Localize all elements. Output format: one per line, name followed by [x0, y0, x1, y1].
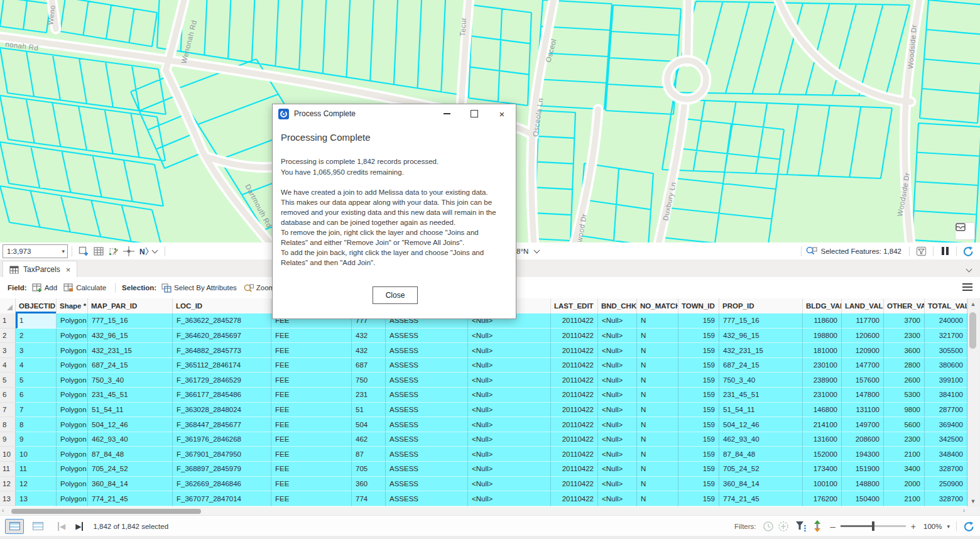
table-cell[interactable]: 2800 — [884, 358, 925, 373]
table-cell[interactable]: F_361976_2846268 — [173, 432, 271, 447]
table-cell[interactable]: 8 — [16, 417, 57, 432]
table-cell[interactable]: 5 — [16, 373, 57, 388]
table-cell[interactable]: <Null> — [598, 403, 637, 418]
table-cell[interactable]: Polygon — [57, 388, 88, 403]
table-cell[interactable]: 150400 — [842, 491, 884, 506]
map-scale-combo[interactable]: 1:3,973 ▾ — [3, 244, 68, 258]
scroll-right-icon[interactable]: › — [963, 507, 965, 514]
table-cell[interactable]: 149700 — [842, 417, 884, 432]
table-cell[interactable]: 777_15_16 — [719, 313, 803, 329]
table-cell[interactable]: N — [637, 343, 678, 358]
table-cell[interactable]: N — [637, 373, 678, 388]
table-cell[interactable]: 462 — [352, 432, 386, 447]
table-cell[interactable]: 687_24_15 — [88, 358, 173, 373]
table-cell[interactable]: Polygon — [57, 403, 88, 418]
table-cell[interactable]: 20110422 — [551, 403, 598, 418]
table-cell[interactable]: 157600 — [842, 373, 884, 388]
table-cell[interactable]: 432_96_15 — [719, 329, 803, 344]
table-cell[interactable]: <Null> — [468, 343, 551, 358]
table-cell[interactable]: ASSESS — [386, 343, 468, 358]
table-cell[interactable]: <Null> — [598, 343, 637, 358]
table-cell[interactable]: 117700 — [842, 313, 884, 329]
table-cell[interactable]: FEE — [271, 491, 352, 506]
calculate-field-button[interactable]: Calculate — [63, 283, 106, 292]
table-cell[interactable]: <Null> — [598, 373, 637, 388]
column-header[interactable]: LAST_EDIT — [551, 298, 598, 313]
table-cell[interactable]: ASSESS — [386, 417, 468, 432]
table-cell[interactable]: 120900 — [842, 343, 884, 358]
table-cell[interactable]: FEE — [271, 388, 352, 403]
table-cell[interactable]: <Null> — [598, 462, 637, 477]
map-coordinate-readout[interactable]: 8°N — [516, 242, 543, 259]
scroll-up-icon[interactable]: ▲ — [968, 301, 978, 307]
zoom-slider-thumb[interactable] — [872, 521, 874, 531]
table-cell[interactable]: 7 — [16, 403, 57, 418]
table-cell[interactable]: 2 — [16, 329, 57, 344]
table-cell[interactable]: 3600 — [884, 343, 925, 358]
table-cell[interactable]: <Null> — [598, 477, 637, 492]
table-cell[interactable]: FEE — [271, 462, 352, 477]
table-cell[interactable]: 342500 — [925, 432, 967, 447]
refresh-icon[interactable] — [962, 246, 974, 257]
close-window-button[interactable]: × — [488, 104, 516, 123]
table-cell[interactable]: <Null> — [598, 432, 637, 447]
table-cell[interactable]: 687 — [352, 358, 386, 373]
table-cell[interactable]: F_367901_2847950 — [173, 447, 271, 462]
table-cell[interactable]: 462_93_40 — [88, 432, 173, 447]
table-cell[interactable]: FEE — [271, 343, 352, 358]
table-cell[interactable]: 20110422 — [551, 432, 598, 447]
table-cell[interactable]: 687_24_15 — [719, 358, 803, 373]
table-cell[interactable]: 774_21_45 — [88, 491, 173, 506]
table-cell[interactable]: 10 — [16, 447, 57, 462]
table-cell[interactable]: 774 — [352, 491, 386, 506]
table-cell[interactable]: 159 — [678, 477, 719, 492]
table-cell[interactable]: 147800 — [842, 388, 884, 403]
table-cell[interactable]: 147700 — [842, 358, 884, 373]
table-cell[interactable]: 360_84_14 — [88, 477, 173, 492]
row-number[interactable]: 1 — [0, 313, 16, 329]
table-cell[interactable]: F_363028_2848024 — [173, 403, 271, 418]
table-cell[interactable]: <Null> — [468, 491, 551, 506]
table-cell[interactable]: N — [637, 432, 678, 447]
table-view-button[interactable] — [5, 519, 24, 534]
table-row[interactable]: 33Polygon432_231_15F_364882_2845773FEE43… — [0, 343, 967, 358]
select-by-attributes-button[interactable]: Select By Attributes — [161, 283, 237, 293]
column-header[interactable]: BLDG_VAL — [803, 298, 842, 313]
row-number[interactable]: 7 — [0, 403, 16, 418]
table-cell[interactable]: 159 — [678, 329, 719, 344]
table-cell[interactable]: 100100 — [803, 477, 842, 492]
row-number[interactable]: 6 — [0, 388, 16, 403]
table-cell[interactable]: <Null> — [468, 329, 551, 344]
table-cell[interactable]: <Null> — [468, 403, 551, 418]
select-all-corner[interactable] — [0, 298, 16, 313]
table-cell[interactable]: 777_15_16 — [88, 313, 173, 329]
row-number[interactable]: 13 — [0, 491, 16, 506]
table-cell[interactable]: 328700 — [925, 491, 967, 506]
table-cell[interactable]: 51 — [352, 403, 386, 418]
chevron-down-icon[interactable] — [966, 266, 972, 273]
minimize-button[interactable] — [433, 104, 460, 123]
table-cell[interactable]: 231 — [352, 388, 386, 403]
table-cell[interactable]: 328700 — [925, 462, 967, 477]
chevron-down-icon[interactable] — [152, 247, 158, 253]
table-cell[interactable]: 20110422 — [551, 313, 598, 329]
sort-updown-icon[interactable] — [813, 520, 822, 532]
table-cell[interactable]: 238900 — [803, 373, 842, 388]
table-cell[interactable]: 118600 — [803, 313, 842, 329]
map-overflow-button[interactable] — [955, 222, 975, 240]
table-row[interactable]: 66Polygon231_45_51F_366177_2845486FEE231… — [0, 388, 967, 403]
table-cell[interactable]: Polygon — [57, 432, 88, 447]
range-filter-icon[interactable] — [778, 521, 789, 532]
table-cell[interactable]: 159 — [678, 313, 719, 329]
table-cell[interactable]: 181000 — [803, 343, 842, 358]
table-cell[interactable]: 5300 — [884, 388, 925, 403]
table-cell[interactable]: 3700 — [884, 313, 925, 329]
table-cell[interactable]: 152000 — [803, 447, 842, 462]
column-header[interactable]: NO_MATCH — [637, 298, 678, 313]
table-cell[interactable]: 432 — [352, 329, 386, 344]
table-cell[interactable]: 287700 — [925, 403, 967, 418]
table-cell[interactable]: ASSESS — [386, 477, 468, 492]
table-cell[interactable]: 20110422 — [551, 343, 598, 358]
table-cell[interactable]: 231_45_51 — [719, 388, 803, 403]
table-row[interactable]: 1212Polygon360_84_14F_362669_2846846FEE3… — [0, 477, 967, 492]
